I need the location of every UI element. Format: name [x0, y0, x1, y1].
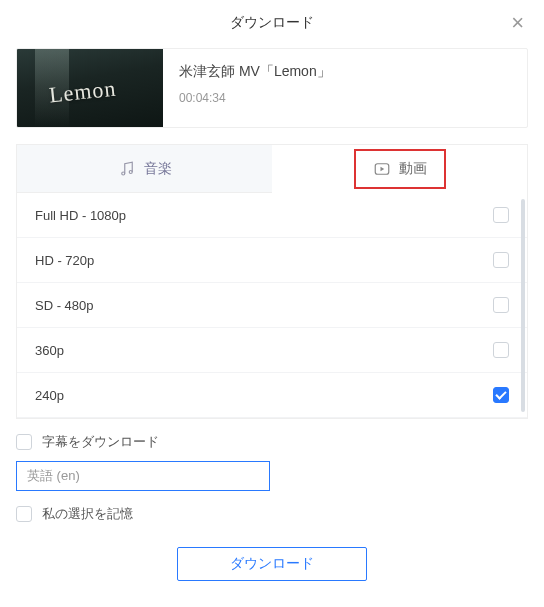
remember-option[interactable]: 私の選択を記憶: [16, 505, 528, 523]
language-select[interactable]: 英語 (en): [16, 461, 270, 491]
footer: ダウンロード: [0, 533, 544, 599]
video-info: Lemon 米津玄師 MV「Lemon」 00:04:34: [16, 48, 528, 128]
download-button-label: ダウンロード: [230, 555, 314, 573]
tab-video[interactable]: 動画: [272, 145, 527, 193]
quality-label: 360p: [35, 343, 64, 358]
tab-label: 動画: [399, 160, 427, 178]
remember-checkbox[interactable]: [16, 506, 32, 522]
quality-label: HD - 720p: [35, 253, 94, 268]
quality-checkbox[interactable]: [493, 297, 509, 313]
subtitle-label: 字幕をダウンロード: [42, 433, 159, 451]
video-duration: 00:04:34: [179, 91, 511, 105]
tab-music[interactable]: 音楽: [17, 145, 272, 193]
svg-point-1: [129, 170, 132, 173]
quality-label: SD - 480p: [35, 298, 94, 313]
language-placeholder: 英語 (en): [27, 467, 80, 485]
quality-checkbox[interactable]: [493, 252, 509, 268]
quality-list: Full HD - 1080p HD - 720p SD - 480p 360p…: [16, 193, 528, 419]
quality-row[interactable]: HD - 720p: [17, 238, 527, 283]
close-icon[interactable]: ×: [511, 12, 524, 34]
quality-row[interactable]: 240p: [17, 373, 527, 418]
quality-label: Full HD - 1080p: [35, 208, 126, 223]
quality-row[interactable]: SD - 480p: [17, 283, 527, 328]
subtitle-checkbox[interactable]: [16, 434, 32, 450]
tab-label: 音楽: [144, 160, 172, 178]
modal-header: ダウンロード ×: [0, 0, 544, 44]
options-panel: 字幕をダウンロード 英語 (en) 私の選択を記憶: [0, 419, 544, 523]
svg-point-0: [121, 172, 124, 175]
format-tabs: 音楽 動画: [16, 144, 528, 193]
modal-title: ダウンロード: [230, 14, 314, 32]
quality-row[interactable]: Full HD - 1080p: [17, 193, 527, 238]
music-icon: [118, 160, 136, 178]
video-icon: [373, 160, 391, 178]
quality-row[interactable]: 360p: [17, 328, 527, 373]
download-button[interactable]: ダウンロード: [177, 547, 367, 581]
quality-label: 240p: [35, 388, 64, 403]
quality-checkbox[interactable]: [493, 207, 509, 223]
video-title: 米津玄師 MV「Lemon」: [179, 63, 511, 81]
scrollbar[interactable]: [521, 199, 525, 412]
thumbnail-text: Lemon: [48, 76, 118, 109]
video-thumbnail: Lemon: [17, 49, 163, 127]
remember-label: 私の選択を記憶: [42, 505, 133, 523]
video-meta: 米津玄師 MV「Lemon」 00:04:34: [163, 49, 527, 127]
subtitle-option[interactable]: 字幕をダウンロード: [16, 433, 528, 451]
quality-checkbox[interactable]: [493, 387, 509, 403]
quality-checkbox[interactable]: [493, 342, 509, 358]
